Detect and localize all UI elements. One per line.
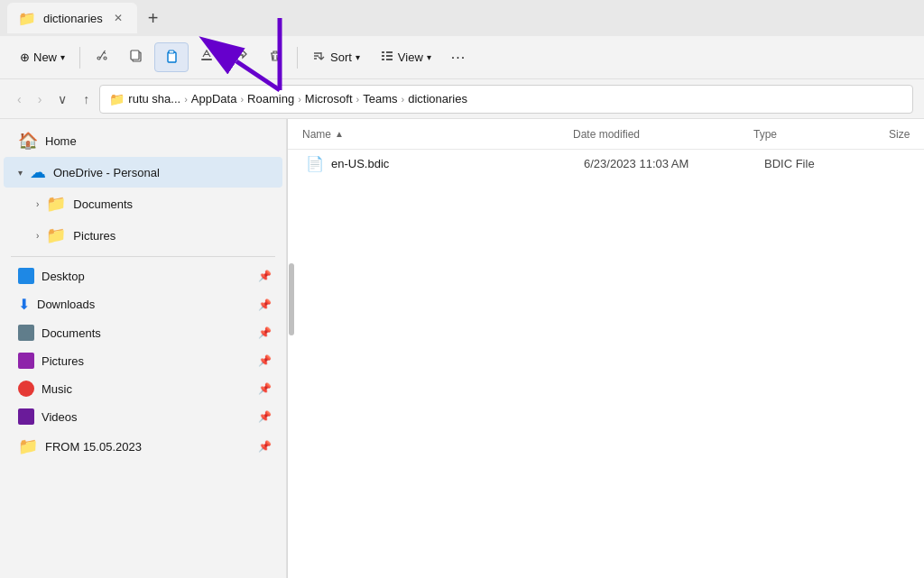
onedrive-chevron-icon: ▾: [18, 168, 23, 178]
table-row[interactable]: 📄 en-US.bdic 6/23/2023 11:03 AM BDIC Fil…: [291, 151, 920, 177]
sidebar-item-pictures-od[interactable]: › 📁 Pictures: [4, 220, 282, 251]
svg-rect-10: [386, 59, 393, 60]
breadcrumb-folder-icon: 📁: [109, 92, 125, 106]
breadcrumb-item-dictionaries[interactable]: dictionaries: [408, 92, 467, 106]
sidebar-item-videos[interactable]: Videos 📌: [4, 403, 282, 430]
sidebar-item-desktop[interactable]: Desktop 📌: [4, 262, 282, 289]
back-button[interactable]: ‹: [11, 87, 28, 111]
svg-rect-6: [382, 55, 384, 57]
file-date-modified: 6/23/2023 11:03 AM: [584, 157, 764, 170]
cut-button[interactable]: [86, 43, 118, 71]
svg-rect-7: [382, 59, 384, 60]
breadcrumb-item-user[interactable]: rutu sha...: [128, 92, 180, 106]
documents-od-icon: 📁: [46, 194, 66, 214]
view-chevron-icon: ▾: [427, 52, 431, 62]
breadcrumb-sep-5: ›: [402, 94, 405, 105]
breadcrumb-sep-2: ›: [240, 94, 244, 105]
col-header-type[interactable]: Type: [753, 128, 889, 141]
breadcrumb-item-appdata[interactable]: AppData: [191, 92, 237, 106]
sidebar-item-documents-od[interactable]: › 📁 Documents: [4, 188, 282, 219]
col-header-size[interactable]: Size: [889, 128, 910, 141]
tab-bar: 📁 dictionaries ✕ +: [0, 0, 924, 36]
sidebar-item-onedrive[interactable]: ▾ ☁ OneDrive - Personal: [4, 157, 282, 188]
cut-icon: [95, 49, 109, 66]
svg-rect-2: [168, 52, 176, 62]
up-button[interactable]: ↑: [77, 87, 96, 111]
sidebar-item-pictures[interactable]: Pictures 📌: [4, 347, 282, 374]
sidebar-item-documents[interactable]: Documents 📌: [4, 319, 282, 346]
new-icon: ⊕: [20, 50, 30, 64]
pictures-icon: [18, 353, 34, 369]
forward-button[interactable]: ›: [32, 87, 49, 111]
copy-button[interactable]: [120, 43, 152, 71]
col-name-sort-icon: ▲: [335, 129, 344, 139]
breadcrumb-item-microsoft[interactable]: Microsoft: [305, 92, 353, 106]
desktop-pin-icon: 📌: [258, 270, 272, 282]
documents-icon: [18, 325, 34, 341]
svg-rect-5: [382, 51, 384, 53]
new-tab-button[interactable]: +: [141, 5, 166, 32]
copy-icon: [129, 49, 143, 66]
sidebar-item-home-label: Home: [45, 134, 272, 148]
breadcrumb-sep-1: ›: [184, 94, 188, 105]
sidebar-item-from-folder-label: FROM 15.05.2023: [45, 440, 251, 454]
scrollbar-thumb[interactable]: [289, 263, 294, 335]
paste-icon: [164, 49, 179, 66]
breadcrumb-item-teams[interactable]: Teams: [363, 92, 397, 106]
sidebar-separator-1: [11, 256, 275, 257]
svg-rect-9: [386, 55, 393, 57]
sidebar-item-onedrive-label: OneDrive - Personal: [53, 166, 272, 179]
view-button[interactable]: View ▾: [371, 43, 440, 71]
scrollbar-track[interactable]: [287, 119, 288, 578]
paste-button[interactable]: [154, 42, 189, 72]
breadcrumb-item-roaming[interactable]: Roaming: [247, 92, 294, 106]
col-size-label: Size: [889, 128, 910, 141]
main-content: 🏠 Home ▾ ☁ OneDrive - Personal › 📁 Docum…: [0, 119, 924, 578]
share-icon: [234, 49, 248, 66]
recent-button[interactable]: ∨: [51, 87, 73, 111]
sort-icon: [312, 49, 327, 66]
toolbar-sep-1: [79, 47, 80, 69]
sidebar-item-pictures-label: Pictures: [42, 354, 251, 368]
onedrive-icon: ☁: [30, 162, 46, 182]
sidebar-item-music-label: Music: [42, 382, 251, 396]
new-label: New: [33, 50, 57, 64]
sidebar-item-downloads[interactable]: ⬇ Downloads 📌: [4, 290, 282, 318]
tab-folder-icon: 📁: [18, 10, 36, 27]
delete-button[interactable]: [259, 43, 291, 71]
desktop-icon: [18, 268, 34, 284]
from-folder-pin-icon: 📌: [258, 440, 272, 453]
file-name: en-US.bdic: [331, 157, 584, 170]
breadcrumb[interactable]: 📁 rutu sha... › AppData › Roaming › Micr…: [99, 85, 913, 114]
sidebar-item-documents-od-label: Documents: [73, 197, 272, 211]
col-header-name[interactable]: Name ▲: [302, 128, 573, 141]
breadcrumb-sep-3: ›: [298, 94, 301, 105]
more-button[interactable]: ···: [442, 44, 475, 71]
sort-button[interactable]: Sort ▾: [303, 43, 369, 71]
active-tab[interactable]: 📁 dictionaries ✕: [7, 3, 137, 33]
share-button[interactable]: [225, 43, 257, 71]
toolbar-sep-2: [297, 47, 298, 69]
file-type-icon: 📄: [306, 155, 324, 172]
sort-chevron-icon: ▾: [356, 52, 360, 62]
sidebar-item-from-folder[interactable]: 📁 FROM 15.05.2023 📌: [4, 431, 282, 462]
tab-close-button[interactable]: ✕: [110, 10, 126, 26]
view-icon: [380, 49, 394, 66]
rename-button[interactable]: [190, 43, 223, 71]
svg-rect-1: [131, 50, 139, 60]
delete-icon: [268, 49, 282, 66]
toolbar: ⊕ New ▾ Sort ▾: [0, 36, 924, 79]
videos-pin-icon: 📌: [258, 410, 272, 423]
new-button[interactable]: ⊕ New ▾: [11, 45, 74, 69]
col-name-label: Name: [302, 128, 331, 141]
music-pin-icon: 📌: [258, 382, 272, 395]
file-area: Name ▲ Date modified Type Size 📄 en-US.b…: [288, 119, 924, 578]
sidebar-item-music[interactable]: Music 📌: [4, 375, 282, 402]
new-chevron-icon: ▾: [60, 52, 65, 62]
home-icon: 🏠: [18, 131, 38, 151]
pictures-od-chevron-icon: ›: [36, 231, 39, 241]
file-header: Name ▲ Date modified Type Size: [288, 119, 924, 150]
col-header-date[interactable]: Date modified: [573, 128, 753, 141]
sidebar-item-home[interactable]: 🏠 Home: [4, 125, 282, 156]
pictures-od-icon: 📁: [46, 225, 66, 245]
